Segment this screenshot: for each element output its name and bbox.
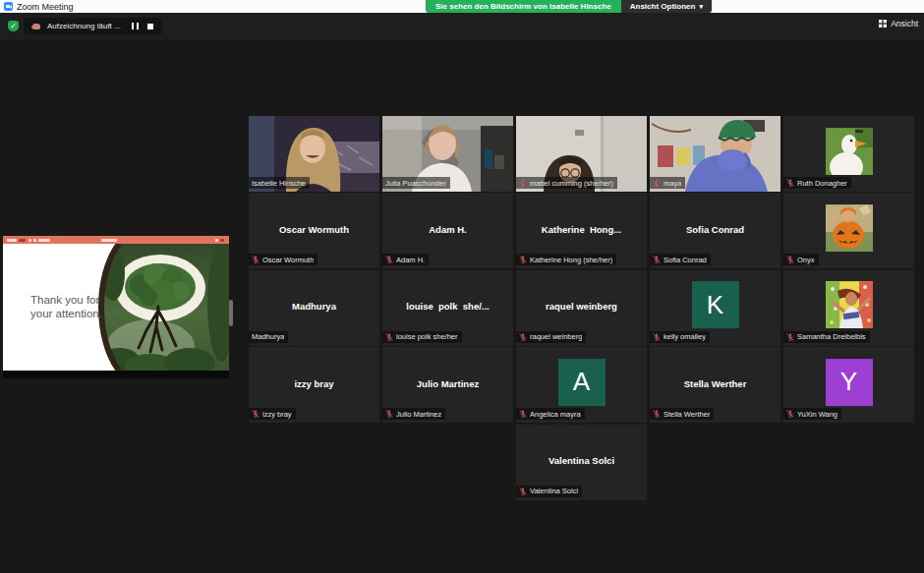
muted-mic-icon (385, 410, 393, 418)
screen-share-banner: Sie sehen den Bildschirm von Isabelle Hi… (426, 0, 712, 13)
participant-display-name: Sofia Conrad (650, 224, 780, 235)
participant-name-label: Oscar Wormuth (249, 254, 318, 265)
participant-name-text: louise polk she/her (396, 332, 458, 341)
participant-name-text: izzy bray (262, 410, 292, 419)
participant-tile[interactable]: Valentina Solci Valentina Solci (516, 425, 647, 500)
recording-indicator: Aufzeichnung läuft ... (24, 18, 162, 34)
participant-tile[interactable]: Samantha Dreibelbis (783, 270, 914, 346)
participant-display-name: Madhurya (249, 301, 379, 312)
participant-name-text: raquel weinberg (530, 332, 582, 341)
muted-mic-icon (519, 256, 527, 263)
muted-mic-icon (786, 410, 794, 418)
muted-mic-icon (519, 487, 527, 495)
participant-tile[interactable]: raquel weinberg raquel weinberg (516, 270, 647, 346)
participant-display-name: Oscar Wormuth (249, 224, 379, 235)
participant-tile[interactable]: A Angelica mayra (516, 347, 647, 423)
participant-name-label: Valentina Solci (516, 486, 582, 497)
participant-name-text: Adam H. (396, 256, 425, 264)
grid-view-icon (879, 20, 887, 28)
participant-name-label: Julia Puaschunder (382, 177, 450, 189)
participant-tile[interactable]: Onyx (783, 193, 914, 268)
muted-mic-icon (252, 256, 260, 263)
participant-tile[interactable]: izzy bray izzy bray (249, 347, 379, 423)
pause-recording-button[interactable] (132, 23, 139, 29)
participant-name-label: raquel weinberg (516, 331, 586, 343)
participant-name-label: Angelica mayra (516, 408, 585, 420)
muted-mic-icon (252, 410, 260, 418)
participant-name-label: Isabelle Hinsche (249, 177, 310, 189)
muted-mic-icon (653, 333, 661, 341)
participant-tile[interactable]: mabel cumming (she/her) (516, 116, 647, 192)
participant-name-text: YuXin Wang (797, 410, 837, 419)
muted-mic-icon (653, 410, 661, 418)
participant-name-text: maya (664, 179, 681, 188)
participant-name-text: Katherine Hong (she/her) (530, 256, 612, 264)
letter-avatar: K (692, 281, 739, 328)
recording-label: Aufzeichnung läuft ... (47, 22, 121, 30)
presentation-title-bar (3, 236, 229, 244)
slide-text: Thank you for your attention. (30, 293, 102, 321)
participant-display-name: louise polk she/... (382, 301, 513, 312)
participant-name-label: maya (650, 177, 685, 189)
participant-name-label: YuXin Wang (783, 408, 841, 420)
muted-mic-icon (519, 333, 527, 341)
participant-name-text: Onyx (797, 256, 815, 264)
participant-name-text: Ruth Donagher (797, 179, 847, 188)
presentation-bottom-bar (3, 371, 229, 378)
participant-name-label: mabel cumming (she/her) (516, 177, 617, 189)
participant-tile[interactable]: louise polk she/... louise polk she/her (382, 270, 513, 346)
zoom-app-icon (4, 2, 13, 11)
shared-screen-thumbnail[interactable]: Thank you for your attention. (3, 236, 229, 378)
participant-tile[interactable]: Y YuXin Wang (783, 347, 914, 423)
recording-icon (32, 24, 40, 29)
participant-name-label: izzy bray (249, 408, 296, 420)
participant-name-label: Samantha Dreibelbis (783, 331, 870, 343)
participant-name-label: Adam H. (382, 254, 429, 265)
participant-name-text: Stella Werther (664, 410, 710, 419)
participant-display-name: Julio Martinez (382, 378, 513, 389)
participant-tile[interactable]: Ruth Donagher (783, 116, 914, 192)
participant-name-text: Valentina Solci (530, 487, 578, 495)
muted-mic-icon (786, 179, 794, 187)
participant-tile[interactable]: Sofia Conrad Sofia Conrad (650, 193, 780, 268)
meeting-toolbar: ✓ Aufzeichnung läuft ... Ansicht (0, 13, 924, 39)
stop-recording-button[interactable] (147, 24, 153, 29)
view-button[interactable]: Ansicht (879, 19, 918, 29)
participant-tile[interactable]: K kelly omalley (650, 270, 780, 346)
participant-name-text: Sofia Conrad (664, 256, 707, 264)
participant-tile[interactable]: Julio Martinez Julio Martinez (382, 347, 513, 423)
muted-mic-icon (385, 256, 393, 263)
participant-name-label: Ruth Donagher (783, 177, 851, 189)
view-options-label: Ansicht Optionen (630, 0, 696, 13)
muted-mic-icon (786, 333, 794, 341)
participant-display-name: izzy bray (249, 378, 379, 389)
participant-name-label: Julio Martinez (382, 408, 445, 420)
participant-name-text: Oscar Wormuth (262, 256, 314, 264)
participant-name-text: Samantha Dreibelbis (797, 332, 866, 341)
participant-name-text: Isabelle Hinsche (252, 179, 306, 188)
participant-display-name: Adam H. (382, 224, 513, 235)
participant-display-name: Katherine Hong... (516, 224, 647, 235)
letter-avatar: Y (826, 359, 873, 406)
duck-avatar-photo (826, 128, 873, 175)
participant-tile[interactable]: Oscar Wormuth Oscar Wormuth (249, 193, 379, 268)
chevron-down-icon: ▾ (699, 0, 703, 13)
participant-name-label: louise polk she/her (382, 331, 462, 343)
participant-tile[interactable]: maya (650, 116, 780, 192)
muted-mic-icon (519, 179, 527, 187)
participant-name-label: kelly omalley (650, 331, 710, 343)
share-banner-text: Sie sehen den Bildschirm von Isabelle Hi… (426, 0, 621, 13)
security-shield-icon[interactable]: ✓ (8, 21, 19, 31)
participant-name-text: Angelica mayra (530, 410, 581, 419)
participant-name-text: kelly omalley (664, 332, 706, 341)
participant-tile[interactable]: Stella Werther Stella Werther (650, 347, 780, 423)
participant-tile[interactable]: Julia Puaschunder (382, 116, 513, 192)
participant-tile[interactable]: Isabelle Hinsche (249, 116, 379, 192)
window-title: Zoom Meeting (17, 2, 74, 12)
view-options-button[interactable]: Ansicht Optionen ▾ (621, 0, 712, 13)
panel-resize-handle[interactable] (229, 300, 233, 326)
participant-tile[interactable]: MadhuryaMadhurya (249, 270, 379, 346)
participant-tile[interactable]: Adam H. Adam H. (382, 193, 513, 268)
participant-tile[interactable]: Katherine Hong... Katherine Hong (she/he… (516, 193, 647, 268)
participant-display-name: raquel weinberg (516, 301, 647, 312)
